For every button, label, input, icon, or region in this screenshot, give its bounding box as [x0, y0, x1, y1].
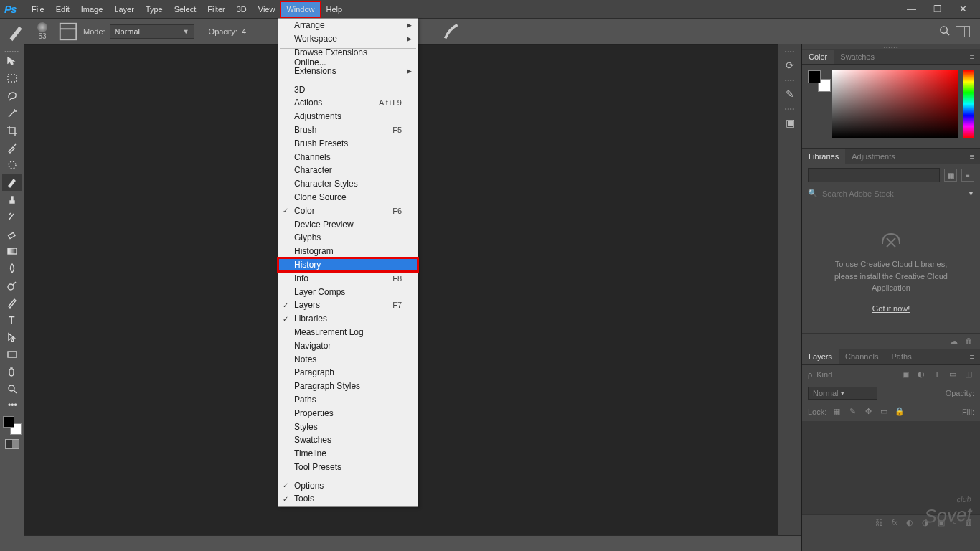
menu-item-character-styles[interactable]: Character Styles: [278, 177, 418, 191]
tool-wand[interactable]: [2, 105, 22, 122]
menu-image[interactable]: Image: [75, 1, 109, 17]
menu-item-workspace[interactable]: Workspace▶: [278, 32, 418, 46]
library-select[interactable]: [808, 168, 940, 182]
menu-edit[interactable]: Edit: [50, 1, 75, 17]
menu-file[interactable]: File: [26, 1, 50, 17]
tab-swatches[interactable]: Swatches: [834, 50, 881, 64]
tool-type[interactable]: T: [2, 311, 22, 329]
trash-icon[interactable]: 🗑: [965, 518, 973, 527]
maximize-button[interactable]: ❐: [933, 4, 942, 14]
tool-move[interactable]: [2, 53, 22, 70]
menu-item-arrange[interactable]: Arrange▶: [278, 19, 418, 32]
tool-eyedropper[interactable]: [2, 139, 22, 156]
menu-item-channels[interactable]: Channels: [278, 150, 418, 164]
tool-pen[interactable]: [2, 294, 22, 311]
menu-item-clone-source[interactable]: Clone Source: [278, 191, 418, 204]
tab-adjustments[interactable]: Adjustments: [845, 149, 902, 164]
brush-presets-icon[interactable]: ✎: [786, 82, 794, 106]
tool-gradient[interactable]: [2, 242, 22, 260]
menu-item-extensions[interactable]: Extensions▶: [278, 64, 418, 77]
menu-item-navigator[interactable]: Navigator: [278, 339, 418, 352]
brush-size-picker[interactable]: 53: [32, 22, 53, 40]
lock-pos-icon[interactable]: ✥: [862, 406, 874, 418]
menu-item-options[interactable]: ✓Options: [278, 479, 418, 492]
menu-item-tool-presets[interactable]: Tool Presets: [278, 461, 418, 474]
cloud-icon[interactable]: ☁: [950, 336, 958, 346]
filter-smart-icon[interactable]: ◫: [963, 369, 974, 380]
tool-brush[interactable]: [2, 174, 22, 191]
lock-artboard-icon[interactable]: ▭: [878, 406, 890, 418]
menu-3d[interactable]: 3D: [231, 1, 253, 17]
menu-layer[interactable]: Layer: [108, 1, 140, 17]
menu-item-glyphs[interactable]: Glyphs: [278, 231, 418, 245]
menu-item-tools[interactable]: ✓Tools: [278, 492, 418, 506]
menu-item-brush[interactable]: BrushF5: [278, 123, 418, 137]
color-field[interactable]: [832, 70, 958, 138]
list-view-icon[interactable]: ≡: [961, 169, 974, 182]
tab-libraries[interactable]: Libraries: [802, 149, 845, 164]
menu-item-styles[interactable]: Styles: [278, 420, 418, 433]
menu-item-libraries[interactable]: ✓Libraries: [278, 312, 418, 326]
search-icon[interactable]: [939, 25, 950, 37]
menu-item-adjustments[interactable]: Adjustments: [278, 110, 418, 123]
menu-item-measurement-log[interactable]: Measurement Log: [278, 326, 418, 339]
3d-icon[interactable]: ▣: [786, 110, 795, 135]
tab-channels[interactable]: Channels: [839, 349, 885, 364]
tool-lasso[interactable]: [2, 88, 22, 105]
opacity-value[interactable]: 4: [242, 27, 246, 36]
tab-color[interactable]: Color: [802, 50, 834, 64]
panel-menu-icon[interactable]: ≡: [964, 152, 980, 161]
menu-item-layer-comps[interactable]: Layer Comps: [278, 285, 418, 298]
tab-paths[interactable]: Paths: [885, 349, 918, 364]
tool-blur[interactable]: [2, 260, 22, 277]
menu-view[interactable]: View: [253, 1, 281, 17]
menu-type[interactable]: Type: [140, 1, 169, 17]
fx-icon[interactable]: fx: [892, 518, 898, 527]
group-icon[interactable]: ▣: [938, 518, 945, 527]
close-button[interactable]: ✕: [959, 4, 967, 14]
tool-hand[interactable]: [2, 363, 22, 380]
menu-item-notes[interactable]: Notes: [278, 352, 418, 366]
tool-stamp[interactable]: [2, 191, 22, 208]
lock-trans-icon[interactable]: ▦: [831, 406, 842, 418]
tool-zoom[interactable]: [2, 380, 22, 397]
menu-item-layers[interactable]: ✓LayersF7: [278, 298, 418, 312]
menu-item-3d[interactable]: 3D: [278, 83, 418, 96]
menu-item-properties[interactable]: Properties: [278, 406, 418, 420]
tool-history-brush[interactable]: [2, 208, 22, 225]
hue-slider[interactable]: [963, 70, 974, 138]
mask-icon[interactable]: ◐: [906, 518, 913, 527]
filter-image-icon[interactable]: ▣: [900, 369, 911, 380]
minimize-button[interactable]: —: [907, 4, 916, 14]
brush-panel-toggle-icon[interactable]: [57, 21, 79, 42]
layer-filter-select[interactable]: Kind: [816, 370, 832, 379]
color-swatch[interactable]: [808, 70, 828, 142]
adjustment-icon[interactable]: ◑: [922, 518, 929, 527]
stock-search-input[interactable]: Search Adobe Stock: [822, 189, 963, 198]
tool-eraser[interactable]: [2, 225, 22, 242]
lock-paint-icon[interactable]: ✎: [847, 406, 858, 418]
menu-item-brush-presets[interactable]: Brush Presets: [278, 136, 418, 150]
link-layers-icon[interactable]: ⛓: [875, 518, 883, 527]
menu-window[interactable]: Window: [281, 1, 320, 17]
menu-item-histogram[interactable]: Histogram: [278, 245, 418, 258]
filter-type-icon[interactable]: T: [931, 369, 943, 380]
panel-menu-icon[interactable]: ≡: [964, 52, 980, 61]
menu-item-swatches[interactable]: Swatches: [278, 433, 418, 447]
filter-shape-icon[interactable]: ▭: [947, 369, 958, 380]
get-it-now-link[interactable]: Get it now!: [802, 304, 980, 313]
tool-crop[interactable]: [2, 122, 22, 139]
tool-more[interactable]: •••: [2, 397, 22, 415]
tool-marquee[interactable]: [2, 70, 22, 88]
menu-item-character[interactable]: Character: [278, 164, 418, 177]
trash-icon[interactable]: 🗑: [965, 336, 973, 346]
quick-brush-icon[interactable]: [441, 21, 463, 42]
chevron-down-icon[interactable]: ▼: [968, 190, 974, 197]
workspace-switcher-icon[interactable]: [956, 26, 970, 37]
tool-patch[interactable]: [2, 156, 22, 174]
menu-item-paths[interactable]: Paths: [278, 393, 418, 407]
history-icon[interactable]: ⟳: [786, 53, 794, 77]
blend-mode-select[interactable]: Normal▾: [808, 387, 877, 400]
menu-item-color[interactable]: ✓ColorF6: [278, 204, 418, 217]
layers-list[interactable]: [802, 421, 980, 514]
